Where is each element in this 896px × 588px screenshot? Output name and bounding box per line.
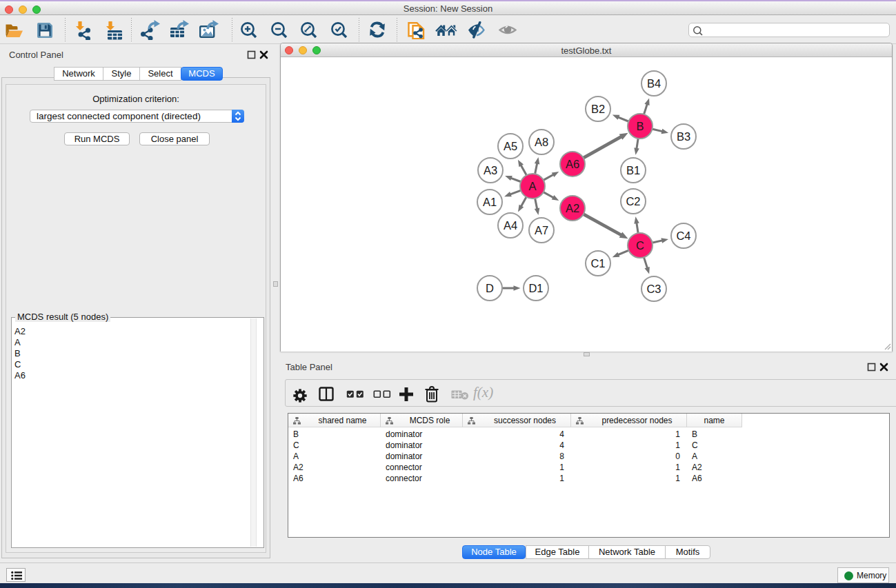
svg-text:A7: A7 [535,224,548,236]
svg-text:D: D [486,282,494,294]
svg-text:C3: C3 [646,283,661,295]
svg-text:B4: B4 [647,77,661,90]
svg-text:B3: B3 [677,130,690,143]
svg-text:B: B [636,120,644,132]
svg-text:B1: B1 [626,164,640,176]
svg-text:A5: A5 [504,140,517,152]
svg-text:C4: C4 [676,230,690,242]
svg-text:A6: A6 [566,158,579,170]
svg-text:A4: A4 [504,219,517,232]
svg-text:A3: A3 [484,164,497,176]
svg-text:C: C [636,239,644,252]
svg-text:A8: A8 [535,136,548,148]
svg-text:A1: A1 [483,196,497,208]
svg-text:A: A [528,180,536,192]
svg-text:C2: C2 [626,195,640,207]
svg-text:C1: C1 [590,257,605,270]
svg-text:B2: B2 [591,103,605,115]
svg-text:A2: A2 [566,202,579,214]
svg-text:D1: D1 [528,282,543,294]
